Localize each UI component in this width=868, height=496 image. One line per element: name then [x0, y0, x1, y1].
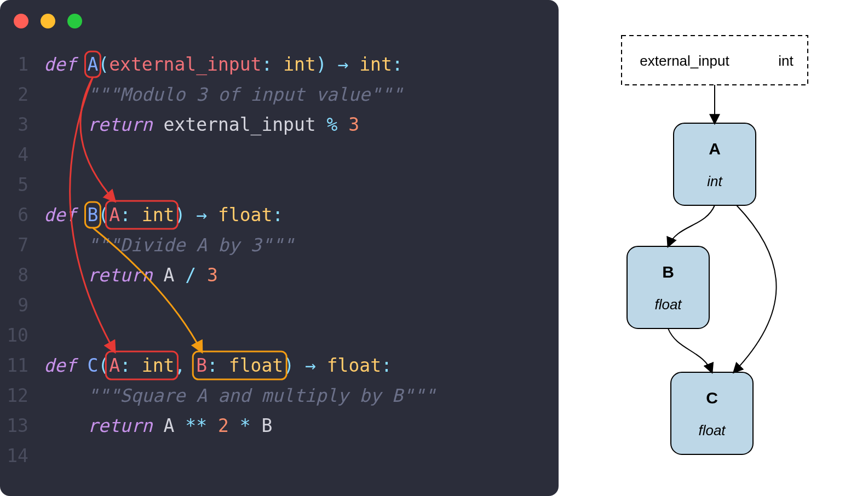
diagram-node-A	[674, 123, 756, 205]
diagram-node-label: A	[709, 140, 721, 158]
diagram-node-C	[671, 372, 753, 454]
line-number: 1	[0, 49, 44, 79]
line-number: 11	[0, 350, 44, 380]
diagram-edge	[668, 328, 712, 372]
line-number: 7	[0, 230, 44, 260]
line-number: 9	[0, 290, 44, 320]
diagram-input-label: external_input	[640, 53, 729, 69]
line-number: 12	[0, 380, 44, 411]
line-number: 8	[0, 260, 44, 290]
code-line: """Square A and multiply by B"""	[44, 380, 435, 411]
code-line: return external_input % 3	[44, 109, 359, 140]
diagram-edge	[668, 205, 715, 246]
line-number: 5	[0, 170, 44, 200]
close-icon[interactable]	[14, 14, 28, 28]
dependency-diagram: external_inputintAintBfloatCfloat	[559, 0, 868, 496]
diagram-node-B	[627, 246, 709, 328]
diagram-node-label: C	[706, 389, 718, 407]
code-line: """Divide A by 3"""	[44, 230, 294, 260]
code-line: def A(external_input: int) → int:	[44, 49, 403, 79]
line-number: 13	[0, 411, 44, 441]
line-number: 6	[0, 200, 44, 230]
line-number: 14	[0, 441, 44, 471]
diagram-edge	[734, 205, 777, 372]
minimize-icon[interactable]	[41, 14, 55, 28]
code-line: def C(A: int, B: float) → float:	[44, 350, 392, 380]
line-number: 3	[0, 109, 44, 140]
code-line: return A ** 2 * B	[44, 411, 272, 441]
code-line: return A / 3	[44, 260, 218, 290]
code-line: """Modulo 3 of input value"""	[44, 79, 403, 109]
diagram-node-type: float	[654, 296, 682, 313]
line-number: 10	[0, 320, 44, 350]
code-line: def B(A: int) → float:	[44, 200, 283, 230]
line-number: 2	[0, 79, 44, 109]
maximize-icon[interactable]	[67, 14, 82, 28]
line-number: 4	[0, 140, 44, 170]
diagram-node-type: int	[707, 173, 723, 189]
diagram-node-label: B	[662, 263, 674, 281]
diagram-input-type: int	[778, 53, 794, 69]
code-editor-window: 1def A(external_input: int) → int:2 """M…	[0, 0, 559, 496]
code-area: 1def A(external_input: int) → int:2 """M…	[0, 49, 559, 471]
traffic-lights	[14, 14, 82, 28]
diagram-node-type: float	[698, 422, 726, 439]
